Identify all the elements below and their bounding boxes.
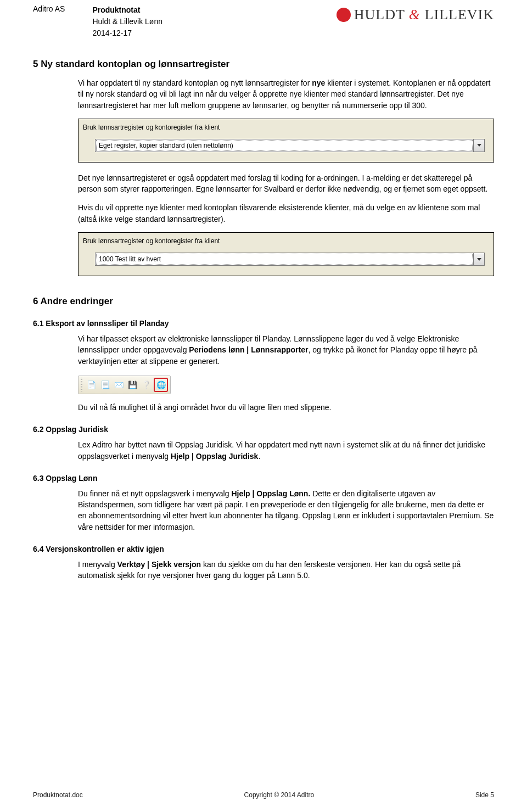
text-bold: Hjelp | Oppslag Lønn. [231, 489, 310, 498]
subsection-63-heading: 6.3 Oppslag Lønn [33, 474, 494, 483]
dropdown-value[interactable]: 1000 Test litt av hvert [96, 254, 473, 265]
chevron-down-icon [477, 258, 481, 261]
text-bold: nye [312, 79, 325, 87]
subsection-62-heading: 6.2 Oppslag Juridisk [33, 425, 494, 434]
footer-filename: Produktnotat.doc [33, 791, 83, 799]
doc-title: Produktnotat [92, 4, 162, 16]
chevron-down-icon [477, 144, 481, 147]
subsection-63-paragraph: Du finner nå et nytt oppslagsverk i meny… [78, 488, 494, 533]
text-bold: Verktøy | Sjekk versjon [117, 560, 201, 569]
footer-page-number: Side 5 [475, 791, 494, 799]
text-run: Lex Aditro har byttet navn til Oppslag J… [78, 440, 485, 460]
subsection-62-paragraph: Lex Aditro har byttet navn til Oppslag J… [78, 439, 494, 462]
dropdown-toggle[interactable] [473, 139, 484, 152]
section-5-paragraph-2: Det nye lønnsartregisteret er også oppda… [78, 172, 494, 195]
logo-text-left: HULDT [354, 7, 405, 23]
logo-mark-icon [337, 8, 351, 22]
text-run: Vi har oppdatert til ny standard kontopl… [78, 79, 312, 87]
brand-logo: HULDT & LILLEVIK [337, 7, 494, 23]
dropdown-value[interactable]: Eget register, kopier standard (uten net… [96, 140, 473, 151]
subsection-64-heading: 6.4 Versjonskontrollen er aktiv igjen [33, 545, 494, 553]
doc-date: 2014-12-17 [92, 27, 162, 39]
planday-globe-icon[interactable]: 🌐 [154, 378, 168, 392]
page-footer: Produktnotat.doc Copyright © 2014 Aditro… [33, 791, 494, 799]
company-name: Aditro AS [33, 4, 65, 39]
text-bold: Periodens lønn | Lønnsrapporter [189, 345, 308, 354]
document-meta: Produktnotat Huldt & Lillevik Lønn 2014-… [92, 4, 162, 39]
toolbar-grip-icon [81, 378, 82, 392]
planday-toolbar: 📄 📃 ✉️ 💾 ❔ 🌐 [78, 376, 171, 394]
subsection-64-paragraph: I menyvalg Verktøy | Sjekk versjon kan d… [78, 559, 494, 581]
logo-text-right: LILLEVIK [425, 7, 494, 23]
dropdown-toggle[interactable] [473, 253, 484, 265]
dropdown-label: Bruk lønnsartregister og kontoregister f… [83, 237, 490, 245]
text-run: Du finner nå et nytt oppslagsverk i meny… [78, 489, 231, 498]
subsection-61-paragraph-1: Vi har tilpasset eksport av elektroniske… [78, 333, 494, 367]
footer-copyright: Copyright © 2014 Aditro [244, 791, 315, 799]
section-6-heading: 6 Andre endringer [33, 296, 494, 307]
screenshot-dropdown-1: Bruk lønnsartregister og kontoregister f… [78, 119, 494, 163]
section-5-paragraph-3: Hvis du vil opprette nye klienter med ko… [78, 202, 494, 225]
text-bold: Hjelp | Oppslag Juridisk [171, 452, 259, 461]
document-icon[interactable]: 📄 [85, 379, 97, 391]
subsection-61-heading: 6.1 Eksport av lønnssliper til Planday [33, 319, 494, 328]
section-5-heading: 5 Ny standard kontoplan og lønnsartregis… [33, 59, 494, 70]
logo-ampersand: & [409, 7, 421, 23]
product-name: Huldt & Lillevik Lønn [92, 16, 162, 27]
text-run: . [258, 452, 260, 461]
dropdown-label: Bruk lønnsartregister og kontoregister f… [83, 124, 490, 131]
page-icon[interactable]: 📃 [99, 379, 111, 391]
save-icon[interactable]: 💾 [126, 379, 138, 391]
klient-dropdown[interactable]: Eget register, kopier standard (uten net… [95, 139, 485, 152]
help-icon[interactable]: ❔ [140, 379, 152, 391]
section-5-paragraph-1: Vi har oppdatert til ny standard kontopl… [78, 77, 494, 111]
klient-dropdown[interactable]: 1000 Test litt av hvert [95, 253, 485, 266]
screenshot-dropdown-2: Bruk lønnsartregister og kontoregister f… [78, 232, 494, 276]
subsection-61-paragraph-2: Du vil nå få mulighet til å angi området… [78, 402, 494, 413]
document-header: Aditro AS Produktnotat Huldt & Lillevik … [33, 4, 494, 39]
text-run: I menyvalg [78, 560, 117, 569]
mail-icon[interactable]: ✉️ [113, 379, 125, 391]
